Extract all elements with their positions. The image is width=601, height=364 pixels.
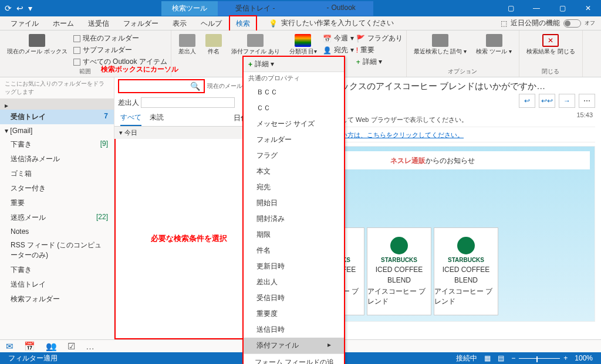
ribbon-flagged[interactable]: 🚩フラグあり xyxy=(356,33,403,44)
tell-me[interactable]: 実行したい作業を入力してください xyxy=(281,18,394,28)
view-reading-icon[interactable]: ▤ xyxy=(494,354,508,362)
ribbon-important[interactable]: !重要 xyxy=(356,45,403,56)
dd-cc[interactable]: ＣＣ xyxy=(244,100,344,116)
search-input[interactable]: 🔍 xyxy=(118,79,205,93)
ribbon-recent-searches[interactable]: 最近検索した 語句 ▾ xyxy=(410,32,471,67)
product-box: STARBUCKSICED COFFEEBLENDアイスコーヒー ブレンド xyxy=(367,227,431,315)
zoom-in-icon[interactable]: + xyxy=(560,354,571,362)
dd-read[interactable]: 開封済み xyxy=(244,211,344,227)
folder-important[interactable]: 重要 xyxy=(0,196,114,210)
menu-folder[interactable]: フォルダー xyxy=(116,16,166,30)
menu-sendreceive[interactable]: 送受信 xyxy=(81,16,116,30)
folder-inbox[interactable]: 受信トレイ7 xyxy=(0,110,114,124)
details-dropdown-header[interactable]: +詳細 ▾ xyxy=(244,57,344,72)
folder-trash[interactable]: ゴミ箱 xyxy=(0,166,114,181)
folder-spam[interactable]: 迷惑メール[22] xyxy=(0,210,114,225)
folder-rss[interactable]: RSS フィード (このコンピューターのみ) xyxy=(0,238,114,263)
search-icon[interactable]: 🔍 xyxy=(190,81,200,91)
ribbon-search-tools[interactable]: 検索 ツール ▾ xyxy=(472,32,515,67)
menu-file[interactable]: ファイル xyxy=(4,16,46,30)
dd-received[interactable]: 受信日時 xyxy=(244,290,344,306)
dd-flag[interactable]: フラグ xyxy=(244,148,344,164)
folder-outbox[interactable]: 送信トレイ xyxy=(0,277,114,292)
ribbon-options-label: オプション xyxy=(448,67,477,76)
title-search-tools: 検索ツール xyxy=(161,1,218,16)
dd-to[interactable]: 宛先 xyxy=(244,179,344,195)
folder-notes[interactable]: Notes xyxy=(0,225,114,238)
nav-people[interactable]: 👥 xyxy=(46,341,57,352)
group-today[interactable]: ▾ 今日 xyxy=(114,127,264,139)
menu-search[interactable]: 検索 xyxy=(229,15,257,32)
folder-pane: ここにお気に入りのフォルダーをドラッグします ▸ 受信トレイ7 ▾ [Gmail… xyxy=(0,77,114,339)
dd-body[interactable]: 本文 xyxy=(244,164,344,179)
bulb-icon: 💡 xyxy=(269,19,278,28)
zoom-out-icon[interactable]: − xyxy=(508,354,519,362)
ribbon-details[interactable]: +詳細 ▾ xyxy=(356,56,403,67)
maximize-icon[interactable]: ▢ xyxy=(549,0,575,16)
folder-sent[interactable]: 送信済みメール xyxy=(0,152,114,166)
dd-subject[interactable]: 件名 xyxy=(244,243,344,258)
reply-all-button[interactable]: ↩↩ xyxy=(539,94,555,108)
more-actions-button[interactable]: ⋯ xyxy=(579,94,595,108)
nav-mail[interactable]: ✉ xyxy=(6,341,13,352)
ribbon-subfolders[interactable]: サブフォルダー xyxy=(73,45,167,56)
dd-sent[interactable]: 送信日時 xyxy=(244,322,344,338)
favorites-dragnote: ここにお気に入りのフォルダーをドラッグします xyxy=(0,77,114,99)
close-icon[interactable]: ✕ xyxy=(575,0,601,16)
menu-help[interactable]: ヘルプ xyxy=(194,16,229,30)
folder-gmail[interactable]: ▾ [Gmail] xyxy=(0,124,114,137)
nav-tasks[interactable]: ☑ xyxy=(67,341,75,352)
folder-drafts2[interactable]: 下書き xyxy=(0,263,114,277)
dd-bcc[interactable]: ＢＣＣ xyxy=(244,84,344,100)
status-connection: 接続中 xyxy=(453,353,481,363)
search-from-input[interactable] xyxy=(141,97,235,108)
dd-add-field[interactable]: +フォーム フィールドの追加(A)... xyxy=(244,353,344,364)
tab-all[interactable]: すべて xyxy=(120,110,141,126)
ribbon-from[interactable]: 差出人 xyxy=(175,32,200,67)
tab-unread[interactable]: 未読 xyxy=(150,110,164,126)
qat-dropdown-icon[interactable]: ▾ xyxy=(28,4,32,13)
ribbon-scope-label: 範囲 xyxy=(79,67,91,76)
folder-searchfolders[interactable]: 検索フォルダー xyxy=(0,292,114,307)
search-from-label: 差出人 xyxy=(118,98,139,107)
dd-due[interactable]: 期限 xyxy=(244,227,344,243)
ribbon-current-folder[interactable]: 現在のフォルダー xyxy=(73,33,167,44)
ribbon-display-icon[interactable]: ▢ xyxy=(498,0,524,16)
dd-folder[interactable]: フォルダー xyxy=(244,132,344,148)
menu-home[interactable]: ホーム xyxy=(46,16,81,30)
zoom-level[interactable]: 100% xyxy=(571,354,596,362)
nav-more[interactable]: … xyxy=(86,341,94,351)
ribbon-subject[interactable]: 件名 xyxy=(202,32,225,67)
title-inbox: 受信トレイ - - Outlook xyxy=(218,1,373,16)
ribbon-to[interactable]: 👤宛先 ▾ xyxy=(323,45,353,56)
minimize-icon[interactable]: — xyxy=(524,0,549,16)
menu-view[interactable]: 表示 xyxy=(166,16,194,30)
folder-starred[interactable]: スター付き xyxy=(0,181,114,196)
dd-startdate[interactable]: 開始日 xyxy=(244,195,344,211)
ribbon-thisweek[interactable]: 📅今週 ▾ xyxy=(323,33,353,44)
dd-from[interactable]: 差出人 xyxy=(244,274,344,290)
dd-importance[interactable]: 重要度 xyxy=(244,306,344,322)
dd-modified[interactable]: 更新日時 xyxy=(244,258,344,274)
box-icon: ⬚ xyxy=(501,19,507,28)
folder-drafts[interactable]: 下書き[9] xyxy=(0,137,114,152)
dd-messagesize[interactable]: メッセージ サイズ xyxy=(244,116,344,132)
product-box: STARBUCKSICED COFFEEBLENDアイスコーヒー ブレンド xyxy=(434,227,498,315)
message-list-pane: 🔍 現在のメールボック 差出人 すべて 未読 日付 ▾↓ ▾ 今日 必要な検索条… xyxy=(114,77,264,339)
ribbon-close-label: 閉じる xyxy=(542,67,559,76)
view-normal-icon[interactable]: ▦ xyxy=(481,354,494,362)
ribbon-current-mailbox[interactable]: 現在のメール ボックス xyxy=(4,32,71,67)
ribbon-close-search[interactable]: ✕検索結果を 閉じる xyxy=(523,32,579,67)
details-dropdown: +詳細 ▾ 共通のプロパティ ＢＣＣ ＣＣ メッセージ サイズ フォルダー フラ… xyxy=(242,56,345,364)
undo-icon[interactable]: ↩ xyxy=(16,4,23,13)
dd-attachment[interactable]: 添付ファイル▸ xyxy=(244,338,344,353)
nav-calendar[interactable]: 📅 xyxy=(24,341,35,352)
dropdown-section: 共通のプロパティ xyxy=(244,72,344,84)
forward-button[interactable]: → xyxy=(559,94,575,108)
status-filter: フィルター適用 xyxy=(5,353,61,363)
reply-button[interactable]: ↩ xyxy=(519,94,535,108)
upcoming-features[interactable]: 近日公開の機能 xyxy=(511,18,560,28)
account-root[interactable]: ▸ xyxy=(0,99,114,110)
refresh-icon[interactable]: ⟳ xyxy=(5,4,12,13)
upcoming-toggle[interactable] xyxy=(563,19,581,28)
